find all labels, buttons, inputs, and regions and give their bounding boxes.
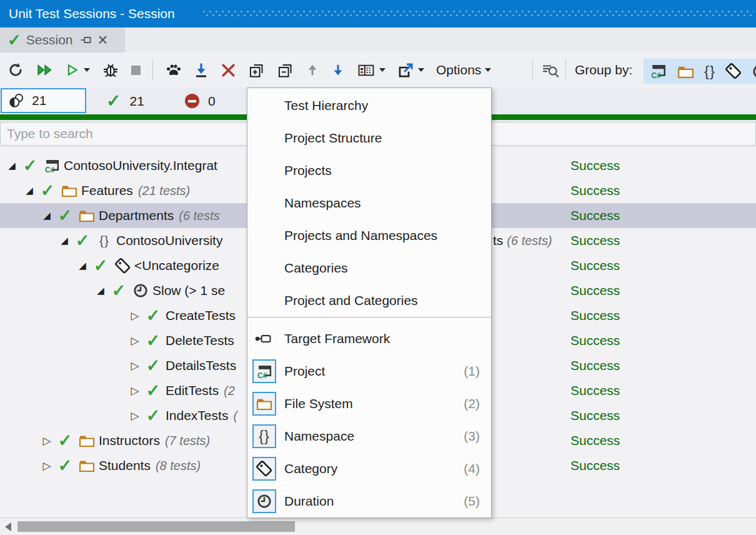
success-check-icon: [146, 408, 161, 424]
options-button[interactable]: Options: [436, 62, 491, 78]
group-by-duration-icon[interactable]: [752, 63, 756, 80]
append-tests-icon[interactable]: [194, 62, 209, 79]
horizontal-scrollbar[interactable]: [0, 518, 756, 535]
menu-item-project[interactable]: C# Project (1): [247, 355, 491, 388]
run-tests-icon[interactable]: [66, 62, 80, 78]
options-label: Options: [436, 62, 481, 78]
expander-collapsed-icon[interactable]: [40, 436, 54, 446]
menu-item-projects-and-namespaces[interactable]: Projects and Namespaces: [247, 219, 491, 252]
counter-total[interactable]: 21: [1, 89, 86, 112]
row-label: DeleteTests: [166, 333, 234, 348]
menu-item-test-hierarchy[interactable]: Test Hierarchy: [247, 89, 491, 122]
expander-collapsed-icon[interactable]: [128, 361, 142, 371]
row-label-right-text: ts: [493, 233, 503, 248]
menu-item-file-system[interactable]: File System (2): [247, 388, 491, 420]
layout-dropdown-caret[interactable]: [379, 68, 385, 72]
menu-item-label: Project and Categories: [284, 293, 418, 308]
group-by-toggle-bar: C#: [644, 59, 756, 84]
success-check-icon: [57, 458, 72, 474]
collapse-all-icon[interactable]: [277, 62, 294, 79]
svg-text:C#: C#: [257, 371, 267, 379]
row-count: (: [233, 409, 237, 423]
target-framework-icon: [251, 327, 277, 351]
group-by-label: Group by:: [575, 62, 632, 78]
refresh-icon[interactable]: [7, 62, 24, 78]
expander-expanded-icon[interactable]: [40, 211, 54, 221]
tab-session[interactable]: Session: [0, 28, 125, 52]
menu-item-number: (2): [464, 388, 480, 420]
menu-item-target-framework[interactable]: Target Framework: [247, 322, 491, 355]
pin-icon[interactable]: [79, 34, 92, 46]
menu-item-duration[interactable]: Duration (5): [247, 485, 491, 518]
menu-item-label: Projects and Namespaces: [284, 228, 437, 242]
expander-collapsed-icon[interactable]: [128, 386, 142, 396]
expander-expanded-icon[interactable]: [5, 161, 19, 171]
row-label: Instructors: [99, 433, 160, 448]
menu-item-namespace[interactable]: Namespace (3): [247, 420, 491, 452]
export-icon[interactable]: [397, 62, 414, 79]
menu-item-label: Duration: [284, 494, 334, 508]
menu-item-label: Categories: [284, 261, 348, 275]
expander-collapsed-icon[interactable]: [128, 311, 142, 321]
folder-icon: [60, 183, 79, 198]
row-label: ContosoUniversity.Integrat: [64, 158, 217, 173]
row-label: IndexTests: [166, 408, 228, 423]
menu-item-project-and-categories[interactable]: Project and Categories: [247, 284, 491, 317]
counter-passed[interactable]: 21: [106, 88, 144, 114]
scrollbar-thumb[interactable]: [17, 521, 295, 532]
expander-expanded-icon[interactable]: [57, 236, 71, 246]
previous-test-icon[interactable]: [306, 62, 319, 78]
group-by-category-icon[interactable]: [725, 62, 742, 80]
counter-ignored[interactable]: 0: [185, 88, 216, 114]
close-icon[interactable]: [98, 32, 108, 49]
row-status: Success: [570, 158, 620, 173]
folder-icon: [77, 208, 96, 223]
counter-total-value: 21: [32, 93, 46, 108]
svg-text:C#: C#: [45, 165, 55, 173]
row-status: Success: [570, 183, 620, 198]
menu-item-category[interactable]: Category (4): [247, 452, 491, 485]
menu-item-namespaces[interactable]: Namespaces: [247, 187, 491, 219]
expander-expanded-icon[interactable]: [94, 286, 107, 296]
row-status: Success: [570, 333, 620, 348]
next-test-icon[interactable]: [331, 62, 345, 78]
success-check-icon: [75, 232, 90, 249]
expander-collapsed-icon[interactable]: [40, 461, 54, 471]
run-all-tests-icon[interactable]: [36, 62, 54, 78]
expander-collapsed-icon[interactable]: [128, 411, 142, 421]
debug-tests-icon[interactable]: [102, 61, 119, 79]
group-by-namespace-icon[interactable]: [704, 62, 715, 80]
menu-item-projects[interactable]: Projects: [247, 154, 491, 187]
expander-expanded-icon[interactable]: [76, 261, 89, 271]
menu-item-categories[interactable]: Categories: [247, 252, 491, 284]
track-running-test-icon[interactable]: [165, 62, 182, 79]
run-dropdown-caret[interactable]: [84, 68, 90, 72]
group-by-file-system-icon[interactable]: [677, 64, 695, 79]
unit-test-sessions-window: Unit Test Sessions - Session Session: [0, 0, 756, 535]
export-dropdown-caret[interactable]: [418, 68, 424, 72]
row-status: Success: [570, 308, 620, 323]
duration-icon-toggled: [252, 489, 276, 513]
window-titlebar[interactable]: Unit Test Sessions - Session: [0, 0, 756, 28]
group-by-project-icon[interactable]: C#: [650, 63, 667, 79]
expander-expanded-icon[interactable]: [22, 186, 36, 196]
success-check-icon: [146, 382, 161, 399]
menu-item-label: Projects: [284, 163, 332, 178]
success-check-icon: [146, 332, 161, 349]
row-count: (2: [224, 384, 235, 398]
tests-total-icon: [8, 92, 24, 109]
row-status: Success: [570, 258, 620, 273]
menu-item-project-structure[interactable]: Project Structure: [247, 122, 491, 154]
stop-icon[interactable]: [131, 66, 141, 75]
row-label: DetailsTests: [166, 358, 236, 373]
scroll-left-arrow-icon[interactable]: [5, 522, 11, 531]
expand-all-icon[interactable]: [248, 62, 265, 79]
remove-tests-icon[interactable]: [221, 62, 236, 78]
filter-tests-icon[interactable]: [541, 52, 560, 88]
row-status: Success: [570, 283, 620, 298]
row-count: (8 tests): [156, 459, 201, 473]
layout-panel-icon[interactable]: [357, 62, 376, 78]
options-dropdown-caret: [485, 68, 491, 72]
expander-collapsed-icon[interactable]: [128, 336, 142, 346]
success-check-icon: [7, 32, 21, 48]
